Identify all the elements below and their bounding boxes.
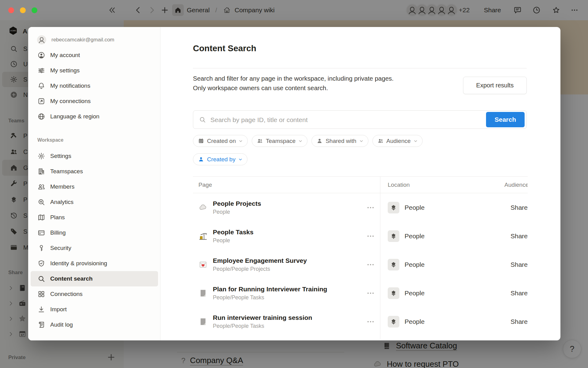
chevron-down-icon bbox=[238, 157, 243, 162]
filter-chips-row1: Created on Teamspace Shared with Audienc… bbox=[193, 135, 423, 147]
column-divider bbox=[380, 176, 380, 339]
account-menu: My account My settings My notifications … bbox=[31, 48, 158, 124]
person-icon bbox=[198, 156, 204, 163]
settings-menu-item[interactable]: Content search bbox=[31, 271, 158, 286]
settings-menu-item[interactable]: Teamspaces bbox=[31, 164, 158, 179]
table-body: People Projects People People Share bbox=[193, 193, 528, 336]
search-bar: Search bbox=[193, 110, 527, 129]
settings-menu-item[interactable]: Billing bbox=[31, 225, 158, 240]
connections-arrow-icon bbox=[37, 97, 45, 105]
cloud-icon bbox=[198, 203, 208, 212]
key-icon bbox=[37, 244, 45, 252]
page-path: People bbox=[213, 237, 254, 244]
page-path: People/People Projects bbox=[213, 266, 307, 272]
filter-chip[interactable]: Teamspace bbox=[252, 135, 307, 147]
export-results-button[interactable]: Export results bbox=[463, 77, 527, 94]
settings-modal: rebeccamcakir@gmail.com My account My se… bbox=[28, 27, 560, 340]
search-icon bbox=[199, 116, 206, 123]
filter-chip[interactable]: Shared with bbox=[311, 135, 368, 147]
shield-icon bbox=[37, 259, 45, 267]
row-menu-button[interactable] bbox=[366, 232, 375, 241]
settings-menu-item[interactable]: Settings bbox=[31, 148, 158, 164]
settings-menu-item[interactable]: My account bbox=[31, 48, 158, 63]
settings-menu-item[interactable]: Identity & provisioning bbox=[31, 256, 158, 271]
row-menu-button[interactable] bbox=[366, 203, 375, 212]
globe-icon bbox=[37, 113, 45, 121]
teamspace-tile bbox=[388, 202, 399, 213]
settings-menu-item[interactable]: Plans bbox=[31, 210, 158, 225]
bell-icon bbox=[37, 82, 45, 90]
page-path: People bbox=[213, 209, 261, 215]
settings-menu-item[interactable]: My settings bbox=[31, 63, 158, 78]
location-label: People bbox=[405, 232, 424, 240]
table-row[interactable]: Plan for Running Interviewer Training Pe… bbox=[193, 279, 528, 307]
account-icon bbox=[37, 51, 45, 59]
teamspace-tile bbox=[388, 287, 399, 299]
settings-menu-panel: rebeccamcakir@gmail.com My account My se… bbox=[28, 27, 160, 340]
table-row[interactable]: People Tasks People People Share bbox=[193, 222, 528, 250]
page-title: People Tasks bbox=[213, 228, 254, 236]
search-icon bbox=[37, 275, 45, 283]
page-path: People/People Tasks bbox=[213, 323, 312, 329]
row-menu-button[interactable] bbox=[366, 260, 375, 269]
row-menu-button[interactable] bbox=[366, 317, 375, 326]
page-title: Content Search bbox=[193, 44, 256, 53]
teamspace-flower-icon bbox=[390, 289, 397, 297]
settings-menu-item[interactable]: My notifications bbox=[31, 78, 158, 94]
location-label: People bbox=[405, 204, 424, 211]
chevron-down-icon bbox=[359, 139, 364, 143]
scroll-icon bbox=[37, 321, 45, 329]
settings-menu-item[interactable]: Audit log bbox=[31, 317, 158, 332]
chevron-down-icon bbox=[413, 139, 418, 143]
window-zoom-button[interactable] bbox=[32, 7, 37, 13]
settings-menu-item[interactable]: Connections bbox=[31, 286, 158, 302]
search-input[interactable] bbox=[210, 112, 481, 128]
settings-menu-item[interactable]: Analytics bbox=[31, 194, 158, 210]
teamspace-flower-icon bbox=[390, 204, 397, 211]
filter-chips-row2: Created by bbox=[193, 153, 247, 165]
settings-menu-item[interactable]: My connections bbox=[31, 94, 158, 109]
teamspace-tile bbox=[388, 230, 399, 242]
page-icon bbox=[198, 317, 208, 326]
filter-chip[interactable]: Audience bbox=[372, 135, 423, 147]
page-title: People Projects bbox=[213, 200, 261, 208]
table-row[interactable]: Employee Engagement Survey People/People… bbox=[193, 250, 528, 279]
calendar-icon bbox=[198, 138, 204, 144]
window-minimize-button[interactable] bbox=[20, 7, 26, 13]
account-email: rebeccamcakir@gmail.com bbox=[51, 37, 114, 43]
analytics-icon bbox=[37, 198, 45, 206]
audience-label: Share bbox=[504, 279, 528, 307]
teamspace-tile bbox=[388, 316, 399, 328]
audience-label: Share bbox=[504, 250, 528, 279]
love-letter-icon bbox=[198, 260, 208, 269]
settings-menu-item[interactable]: Security bbox=[31, 240, 158, 256]
page-description: Search and filter for any page in the wo… bbox=[193, 74, 432, 93]
settings-menu-item[interactable]: Import bbox=[31, 302, 158, 317]
audience-label: Share bbox=[504, 222, 528, 250]
filter-chip[interactable]: Created on bbox=[193, 135, 248, 147]
window-close-button[interactable] bbox=[8, 7, 14, 13]
map-icon bbox=[37, 213, 45, 221]
column-header-audience: Audience bbox=[504, 177, 528, 193]
table-row[interactable]: Run interviewer training session People/… bbox=[193, 307, 528, 336]
workspace-section-header: Workspace bbox=[37, 137, 63, 143]
location-label: People bbox=[405, 289, 424, 297]
people-fill-icon bbox=[257, 138, 263, 144]
page-title: Plan for Running Interviewer Training bbox=[213, 285, 327, 293]
page-title: Run interviewer training session bbox=[213, 314, 312, 322]
building-icon bbox=[37, 167, 45, 175]
table-row[interactable]: People Projects People People Share bbox=[193, 193, 528, 222]
column-header-page: Page bbox=[193, 177, 380, 193]
sliders-icon bbox=[37, 67, 45, 75]
search-button[interactable]: Search bbox=[486, 112, 525, 127]
row-menu-button[interactable] bbox=[366, 289, 375, 298]
teamspace-flower-icon bbox=[390, 232, 397, 240]
settings-menu-item[interactable]: Language & region bbox=[31, 109, 158, 124]
results-table: Page Location Audience People Projects P… bbox=[193, 176, 528, 339]
filter-chip[interactable]: Created by bbox=[193, 153, 247, 165]
page-path: People/People Tasks bbox=[213, 294, 327, 301]
settings-menu-item[interactable]: Members bbox=[31, 179, 158, 194]
chevron-down-icon bbox=[239, 139, 243, 143]
crane-icon bbox=[198, 232, 208, 241]
column-header-location: Location bbox=[380, 177, 504, 193]
